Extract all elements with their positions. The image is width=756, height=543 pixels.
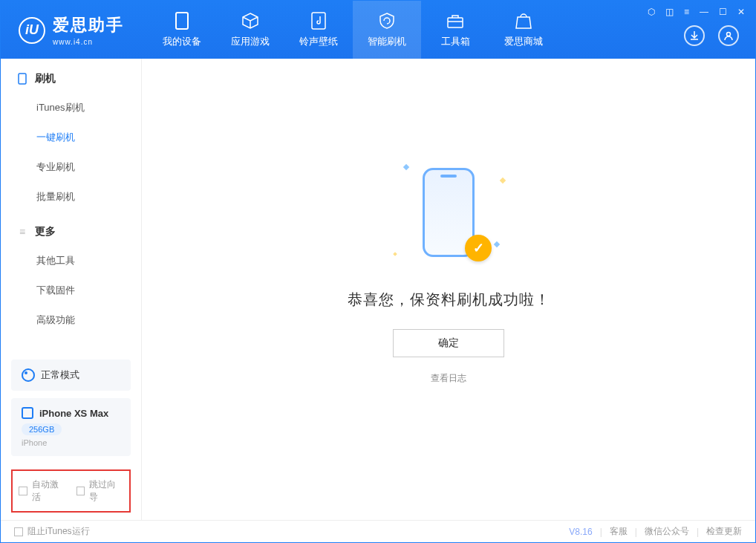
nav-label: 智能刷机: [368, 35, 406, 48]
app-header: iU 爱思助手 www.i4.cn 我的设备 应用游戏 铃声壁纸 智能刷机 工具…: [1, 1, 755, 59]
device-info-box[interactable]: iPhone XS Max 256GB iPhone: [11, 398, 131, 456]
bag-icon: [514, 11, 533, 30]
refresh-shield-icon: [377, 11, 397, 30]
sidebar-item-pro-flash[interactable]: 专业刷机: [1, 152, 141, 182]
sidebar-item-download-firmware[interactable]: 下载固件: [1, 276, 141, 305]
menu-icon[interactable]: ≡: [684, 7, 689, 17]
checkbox-label: 阻止iTunes运行: [27, 525, 90, 538]
device-name-label: iPhone XS Max: [39, 408, 108, 419]
sidebar-device-area: 正常模式 iPhone XS Max 256GB iPhone: [1, 360, 141, 469]
header-actions: [684, 25, 739, 46]
view-log-link[interactable]: 查看日志: [431, 372, 466, 385]
mode-icon: [22, 368, 35, 382]
cube-icon: [241, 11, 260, 30]
svg-rect-2: [448, 18, 463, 27]
nav-my-device[interactable]: 我的设备: [148, 1, 216, 59]
close-button[interactable]: ✕: [737, 7, 745, 17]
footer-link-wechat[interactable]: 微信公众号: [645, 525, 689, 538]
svg-rect-4: [19, 74, 26, 84]
version-label: V8.16: [569, 527, 592, 537]
sidebar-item-oneclick-flash[interactable]: 一键刷机: [1, 123, 141, 152]
main-content: ✓ 恭喜您，保资料刷机成功啦！ 确定 查看日志: [142, 59, 755, 520]
nav-label: 铃声壁纸: [299, 35, 338, 48]
checkbox-icon: [14, 527, 23, 536]
svg-point-3: [727, 33, 731, 36]
app-title: 爱思助手: [53, 14, 124, 36]
checkbox-block-itunes[interactable]: 阻止iTunes运行: [14, 525, 90, 538]
user-icon[interactable]: [718, 25, 739, 46]
window-controls: ⬡ ◫ ≡ — ☐ ✕: [648, 7, 745, 17]
success-illustration: ✓: [397, 165, 501, 269]
lock-icon[interactable]: ◫: [665, 7, 674, 17]
ok-button[interactable]: 确定: [393, 329, 504, 357]
download-icon[interactable]: [684, 25, 705, 46]
device-mode-box[interactable]: 正常模式: [11, 360, 131, 391]
device-type-label: iPhone: [22, 438, 120, 447]
app-subtitle: www.i4.cn: [53, 38, 124, 46]
sidebar-title-flash: 刷机: [1, 72, 141, 93]
app-body: 刷机 iTunes刷机 一键刷机 专业刷机 批量刷机 ≡ 更多 其他工具 下载固…: [1, 59, 755, 520]
sparkle-icon: [393, 252, 397, 256]
checkbox-auto-activate[interactable]: 自动激活: [19, 478, 66, 504]
sidebar-item-itunes-flash[interactable]: iTunes刷机: [1, 93, 141, 123]
device-capacity: 256GB: [22, 423, 62, 435]
flash-options-highlight: 自动激活 跳过向导: [11, 469, 131, 513]
section-label: 更多: [35, 225, 56, 238]
svg-rect-0: [176, 13, 188, 29]
nav-label: 应用游戏: [231, 35, 270, 48]
top-nav: 我的设备 应用游戏 铃声壁纸 智能刷机 工具箱 爱思商城: [148, 1, 558, 59]
phone-outline-icon: [17, 74, 27, 84]
nav-ringtones[interactable]: 铃声壁纸: [284, 1, 353, 59]
minimize-button[interactable]: —: [700, 7, 708, 17]
checkbox-icon: [76, 487, 85, 495]
sidebar-item-advanced[interactable]: 高级功能: [1, 305, 141, 335]
sidebar-title-more: ≡ 更多: [1, 225, 141, 246]
nav-store[interactable]: 爱思商城: [489, 1, 558, 59]
sidebar-section-more: ≡ 更多 其他工具 下载固件 高级功能: [1, 212, 141, 335]
nav-toolbox[interactable]: 工具箱: [421, 1, 489, 59]
checkmark-badge-icon: ✓: [465, 235, 492, 261]
checkbox-label: 跳过向导: [89, 478, 123, 504]
sparkle-icon: [403, 163, 409, 169]
checkbox-icon: [19, 487, 27, 495]
sparkle-icon: [500, 177, 506, 183]
nav-smart-flash[interactable]: 智能刷机: [353, 1, 421, 59]
device-small-icon: [22, 407, 33, 419]
sidebar-item-batch-flash[interactable]: 批量刷机: [1, 182, 141, 212]
nav-label: 我的设备: [163, 35, 201, 48]
checkbox-skip-guide[interactable]: 跳过向导: [76, 478, 124, 504]
device-mode-label: 正常模式: [41, 368, 79, 382]
sparkle-icon: [494, 241, 500, 247]
toolbox-icon: [446, 11, 465, 30]
nav-apps-games[interactable]: 应用游戏: [216, 1, 284, 59]
sidebar-section-flash: 刷机 iTunes刷机 一键刷机 专业刷机 批量刷机: [1, 59, 141, 212]
success-message: 恭喜您，保资料刷机成功啦！: [348, 290, 550, 310]
section-label: 刷机: [35, 72, 56, 85]
footer-link-support[interactable]: 客服: [610, 525, 628, 538]
footer-right: V8.16 | 客服 | 微信公众号 | 检查更新: [569, 525, 742, 538]
maximize-button[interactable]: ☐: [719, 7, 727, 17]
status-bar: 阻止iTunes运行 V8.16 | 客服 | 微信公众号 | 检查更新: [1, 520, 755, 542]
logo-icon: iU: [19, 17, 45, 44]
nav-label: 爱思商城: [504, 35, 543, 48]
footer-link-update[interactable]: 检查更新: [706, 525, 742, 538]
list-icon: ≡: [17, 227, 27, 237]
device-icon: [172, 11, 192, 30]
sidebar: 刷机 iTunes刷机 一键刷机 专业刷机 批量刷机 ≡ 更多 其他工具 下载固…: [1, 59, 142, 520]
nav-label: 工具箱: [441, 35, 470, 48]
sidebar-item-other-tools[interactable]: 其他工具: [1, 246, 141, 276]
logo: iU 爱思助手 www.i4.cn: [1, 1, 140, 46]
music-file-icon: [309, 11, 328, 30]
checkbox-label: 自动激活: [32, 478, 66, 504]
shirt-icon[interactable]: ⬡: [648, 7, 655, 17]
